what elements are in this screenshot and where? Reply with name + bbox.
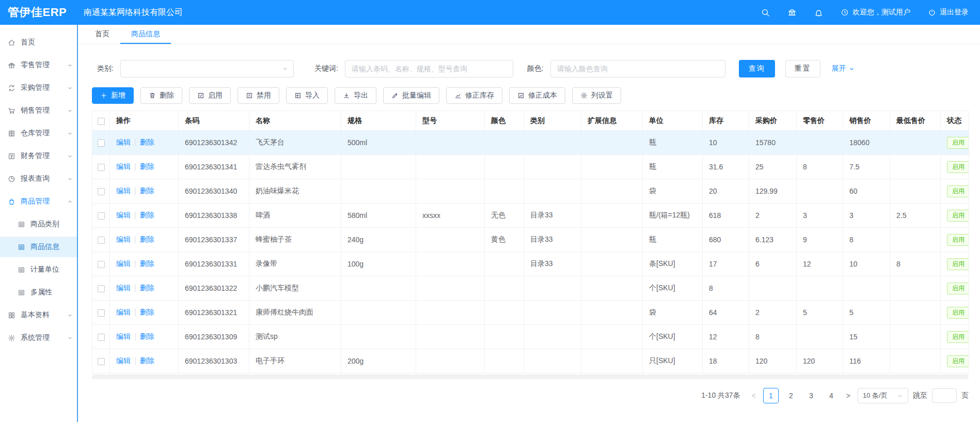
edit-link[interactable]: 编辑 bbox=[116, 211, 131, 219]
sidebar-item-warehouse[interactable]: 仓库管理 bbox=[0, 123, 78, 144]
cell-min_price bbox=[890, 276, 941, 301]
row-checkbox[interactable] bbox=[98, 261, 105, 268]
row-checkbox[interactable] bbox=[98, 358, 105, 365]
sidebar-item-basic-data[interactable]: 基本资料 bbox=[0, 305, 78, 325]
tab-首页[interactable]: 首页 bbox=[84, 25, 120, 44]
jump-page-input[interactable] bbox=[932, 388, 957, 403]
page-button-1[interactable]: 1 bbox=[763, 388, 779, 403]
delete-link[interactable]: 删除 bbox=[140, 138, 154, 146]
page-size-select[interactable]: 10 条/页 bbox=[858, 388, 908, 403]
row-checkbox[interactable] bbox=[98, 309, 105, 317]
category-select[interactable] bbox=[120, 60, 294, 77]
sidebar-item-product-info[interactable]: 商品信息 bbox=[0, 237, 78, 257]
delete-link[interactable]: 删除 bbox=[140, 211, 154, 219]
edit-link[interactable]: 编辑 bbox=[116, 186, 131, 195]
cell-sale: 10 bbox=[843, 252, 890, 276]
cell-spec bbox=[341, 301, 416, 325]
status-badge: 启用 bbox=[947, 283, 969, 294]
delete-link[interactable]: 删除 bbox=[140, 356, 154, 365]
disable-button[interactable]: 禁用 bbox=[238, 87, 279, 104]
bank-icon[interactable] bbox=[787, 8, 797, 17]
cell-name: 录像带 bbox=[249, 252, 341, 276]
reset-button[interactable]: 重置 bbox=[785, 60, 820, 77]
column-header: 类别 bbox=[524, 111, 581, 131]
cell-color: 黄色 bbox=[485, 228, 524, 252]
welcome-user[interactable]: 欢迎您，测试用户 bbox=[841, 8, 910, 17]
edit-link[interactable]: 编辑 bbox=[116, 356, 131, 365]
select-all-checkbox[interactable] bbox=[98, 118, 105, 125]
batch-edit-button[interactable]: 批量编辑 bbox=[383, 87, 439, 104]
search-button[interactable]: 查询 bbox=[739, 60, 775, 77]
horizontal-scrollbar[interactable] bbox=[92, 374, 969, 379]
edit-link[interactable]: 编辑 bbox=[116, 308, 131, 316]
cell-unit: 瓶/(箱=12瓶) bbox=[643, 204, 703, 228]
page-button-2[interactable]: 2 bbox=[783, 388, 799, 403]
delete-link[interactable]: 删除 bbox=[140, 186, 154, 195]
fix-cost-button[interactable]: 修正成本 bbox=[509, 87, 565, 104]
row-checkbox[interactable] bbox=[98, 334, 105, 341]
cell-ext bbox=[581, 155, 643, 179]
cell-stock: 20 bbox=[703, 179, 749, 204]
edit-link[interactable]: 编辑 bbox=[116, 284, 131, 292]
delete-button[interactable]: 删除 bbox=[140, 87, 182, 104]
delete-link[interactable]: 删除 bbox=[140, 308, 154, 316]
delete-link[interactable]: 删除 bbox=[140, 259, 154, 268]
row-checkbox[interactable] bbox=[98, 285, 105, 292]
delete-link[interactable]: 删除 bbox=[140, 332, 154, 340]
cell-model bbox=[416, 349, 485, 373]
table-row: 编辑|删除6901236301341雷达杀虫气雾剂瓶31.62587.5启用 bbox=[92, 155, 969, 179]
page-button-4[interactable]: 4 bbox=[824, 388, 839, 403]
expand-link[interactable]: 展开 bbox=[832, 64, 855, 73]
edit-link[interactable]: 编辑 bbox=[116, 138, 131, 146]
sidebar-item-system[interactable]: 系统管理 bbox=[0, 327, 78, 348]
fix-stock-button[interactable]: 修正库存 bbox=[446, 87, 502, 104]
color-input[interactable] bbox=[550, 60, 725, 77]
page-button-3[interactable]: 3 bbox=[803, 388, 819, 403]
delete-link[interactable]: 删除 bbox=[140, 162, 154, 170]
logout-button[interactable]: 退出登录 bbox=[928, 8, 969, 17]
import-button[interactable]: 导入 bbox=[286, 87, 328, 104]
sidebar-item-reports[interactable]: 报表查询 bbox=[0, 168, 78, 189]
prev-page-button[interactable]: < bbox=[749, 392, 758, 400]
sidebar-item-finance[interactable]: 财务管理 bbox=[0, 146, 78, 166]
sidebar-item-measure-unit[interactable]: 计量单位 bbox=[0, 259, 78, 280]
cell-stock: 12 bbox=[703, 325, 749, 349]
edit-link[interactable]: 编辑 bbox=[116, 235, 131, 243]
home-icon bbox=[8, 39, 15, 46]
edit-link[interactable]: 编辑 bbox=[116, 332, 131, 340]
cell-spec: 500ml bbox=[341, 131, 416, 155]
sidebar-item-multi-attribute[interactable]: 多属性 bbox=[0, 282, 78, 303]
sidebar-item-sales[interactable]: 销售管理 bbox=[0, 100, 78, 121]
bell-icon[interactable] bbox=[814, 8, 823, 17]
delete-link[interactable]: 删除 bbox=[140, 284, 154, 292]
row-checkbox[interactable] bbox=[98, 188, 105, 195]
grid-icon bbox=[8, 311, 15, 319]
sidebar-item-products[interactable]: 商品管理 bbox=[0, 191, 78, 212]
add-button[interactable]: 新增 bbox=[92, 87, 134, 104]
sidebar-item-product-category[interactable]: 商品类别 bbox=[0, 214, 78, 235]
row-checkbox[interactable] bbox=[98, 237, 105, 244]
row-checkbox[interactable] bbox=[98, 139, 105, 147]
sidebar-item-purchase[interactable]: 采购管理 bbox=[0, 77, 78, 98]
enable-button[interactable]: 启用 bbox=[189, 87, 231, 104]
column-settings-button[interactable]: 列设置 bbox=[572, 87, 621, 104]
keyword-input[interactable] bbox=[345, 60, 513, 77]
cell-unit: 条[SKU] bbox=[643, 252, 703, 276]
edit-link[interactable]: 编辑 bbox=[116, 162, 131, 170]
export-button[interactable]: 导出 bbox=[335, 87, 376, 104]
sidebar-item-home[interactable]: 首页 bbox=[0, 32, 78, 53]
cell-retail: 5 bbox=[797, 301, 843, 325]
cart-icon bbox=[8, 107, 15, 115]
row-checkbox[interactable] bbox=[98, 212, 105, 220]
cell-unit: 袋 bbox=[643, 301, 703, 325]
tab-商品信息[interactable]: 商品信息 bbox=[120, 25, 171, 44]
cell-color bbox=[485, 349, 524, 373]
finance-icon bbox=[8, 152, 15, 160]
sidebar-item-retail[interactable]: 零售管理 bbox=[0, 55, 78, 75]
row-checkbox[interactable] bbox=[98, 164, 105, 171]
delete-link[interactable]: 删除 bbox=[140, 235, 154, 243]
next-page-button[interactable]: > bbox=[844, 392, 853, 400]
cell-retail bbox=[797, 131, 843, 155]
edit-link[interactable]: 编辑 bbox=[116, 259, 131, 268]
search-icon[interactable] bbox=[761, 8, 770, 17]
